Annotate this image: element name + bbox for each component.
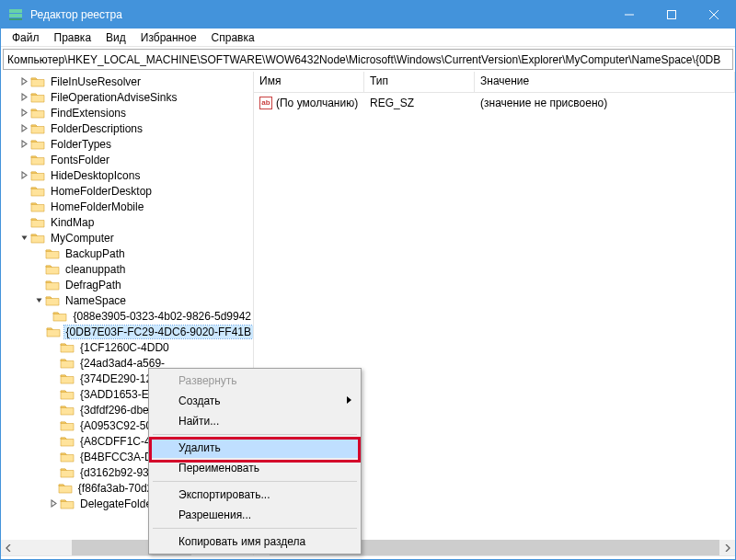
chevron-right-icon[interactable]: [17, 107, 30, 120]
tree-item-label: FileOperationAdviseSinks: [49, 91, 178, 104]
content-area: FileInUseResolverFileOperationAdviseSink…: [1, 72, 735, 555]
cm-delete[interactable]: Удалить: [151, 438, 359, 458]
list-header: Имя Тип Значение: [254, 72, 735, 93]
tree-item[interactable]: FindExtensions: [1, 105, 253, 120]
chevron-right-icon[interactable]: [17, 122, 30, 135]
menu-favorites[interactable]: Избранное: [133, 29, 204, 46]
tree-item[interactable]: FolderDescriptions: [1, 120, 253, 136]
menu-bar: Файл Правка Вид Избранное Справка: [1, 29, 735, 47]
tree-item[interactable]: FontsFolder: [1, 152, 253, 167]
cm-create[interactable]: Создать: [151, 391, 359, 411]
scroll-left-icon[interactable]: [1, 540, 17, 555]
tree-item[interactable]: FileInUseResolver: [1, 74, 253, 89]
svg-rect-2: [9, 18, 22, 20]
folder-icon: [60, 466, 75, 479]
folder-icon: [46, 326, 61, 338]
chevron-right-icon[interactable]: [17, 91, 30, 104]
chevron-right-icon[interactable]: [17, 169, 30, 182]
tree-item-label: HomeFolderDesktop: [49, 185, 154, 198]
folder-icon: [60, 435, 75, 448]
tree-item-label: FontsFolder: [49, 154, 111, 166]
tree-item[interactable]: NameSpace: [1, 292, 253, 308]
title-bar: Редактор реестра: [1, 1, 735, 29]
value-name: (По умолчанию): [276, 97, 358, 109]
menu-help[interactable]: Справка: [204, 29, 262, 46]
tree-item-label: FileInUseResolver: [49, 75, 143, 88]
tree-item-label: MyComputer: [49, 232, 116, 245]
tree-item[interactable]: cleanuppath: [1, 261, 253, 277]
chevron-down-icon[interactable]: [17, 232, 30, 245]
folder-icon: [60, 419, 75, 432]
tree-item[interactable]: {0DB7E03F-FC29-4DC6-9020-FF41B: [1, 324, 253, 339]
folder-icon: [30, 138, 45, 151]
scroll-right-icon[interactable]: [719, 540, 735, 555]
folder-icon: [60, 451, 75, 463]
menu-view[interactable]: Вид: [98, 29, 133, 46]
tree-item[interactable]: DefragPath: [1, 277, 253, 292]
folder-icon: [60, 372, 75, 385]
address-bar[interactable]: Компьютер\HKEY_LOCAL_MACHINE\SOFTWARE\WO…: [3, 49, 733, 70]
col-type[interactable]: Тип: [364, 72, 475, 92]
cm-separator: [153, 481, 357, 482]
folder-icon: [30, 185, 45, 198]
tree-item-label: NameSpace: [63, 294, 128, 307]
tree-item[interactable]: HomeFolderDesktop: [1, 183, 253, 199]
tree-item-label: HomeFolderMobile: [49, 200, 145, 213]
chevron-right-icon[interactable]: [17, 138, 30, 151]
col-name[interactable]: Имя: [254, 72, 364, 92]
tree-item[interactable]: MyComputer: [1, 230, 253, 246]
string-value-icon: ab: [259, 97, 272, 109]
chevron-right-icon[interactable]: [17, 75, 30, 88]
tree-item-label: {088e3905-0323-4b02-9826-5d9942: [71, 310, 253, 323]
menu-edit[interactable]: Правка: [47, 29, 99, 46]
close-button[interactable]: [693, 1, 735, 29]
folder-icon: [30, 107, 45, 120]
tree-item[interactable]: BackupPath: [1, 246, 253, 261]
cm-find[interactable]: Найти...: [151, 411, 359, 431]
col-value[interactable]: Значение: [475, 72, 735, 92]
folder-icon: [30, 232, 45, 245]
folder-icon: [45, 247, 60, 260]
svg-rect-0: [9, 9, 22, 13]
folder-icon: [30, 75, 45, 88]
value-type: REG_SZ: [364, 97, 475, 109]
tree-item-label: FolderDescriptions: [49, 122, 144, 135]
address-path: Компьютер\HKEY_LOCAL_MACHINE\SOFTWARE\WO…: [7, 53, 720, 66]
tree-item[interactable]: FolderTypes: [1, 136, 253, 152]
chevron-right-icon[interactable]: [47, 497, 60, 510]
folder-icon: [60, 497, 75, 510]
tree-item[interactable]: {1CF1260C-4DD0: [1, 339, 253, 355]
tree-item-label: HideDesktopIcons: [49, 169, 142, 182]
folder-icon: [60, 341, 75, 354]
svg-rect-4: [668, 11, 676, 19]
minimize-button[interactable]: [608, 1, 650, 29]
tree-item-label: DefragPath: [63, 279, 123, 291]
folder-icon: [30, 216, 45, 229]
cm-copy-key-name[interactable]: Копировать имя раздела: [151, 531, 359, 552]
folder-icon: [60, 388, 75, 401]
maximize-button[interactable]: [650, 1, 693, 29]
cm-rename[interactable]: Переименовать: [151, 458, 359, 478]
list-row[interactable]: ab (По умолчанию) REG_SZ (значение не пр…: [254, 95, 735, 110]
value-data: (значение не присвоено): [475, 97, 735, 109]
tree-item-label: KindMap: [49, 216, 96, 229]
cm-expand[interactable]: Развернуть: [151, 371, 359, 391]
folder-icon: [30, 169, 45, 182]
tree-item-label: {1CF1260C-4DD0: [78, 341, 171, 354]
chevron-down-icon[interactable]: [32, 294, 45, 307]
tree-item-label: cleanuppath: [63, 263, 127, 276]
cm-export[interactable]: Экспортировать...: [151, 485, 359, 505]
tree-item[interactable]: {088e3905-0323-4b02-9826-5d9942: [1, 308, 253, 324]
folder-icon: [45, 263, 60, 276]
svg-rect-1: [9, 14, 22, 17]
tree-item[interactable]: KindMap: [1, 214, 253, 230]
tree-item[interactable]: HomeFolderMobile: [1, 199, 253, 214]
submenu-arrow-icon: [347, 396, 351, 404]
tree-item-label: FindExtensions: [49, 107, 128, 120]
folder-icon: [60, 357, 75, 370]
tree-item[interactable]: HideDesktopIcons: [1, 167, 253, 183]
tree-item-label: {0DB7E03F-FC29-4DC6-9020-FF41B: [64, 326, 253, 338]
tree-item[interactable]: FileOperationAdviseSinks: [1, 89, 253, 105]
cm-permissions[interactable]: Разрешения...: [151, 505, 359, 525]
menu-file[interactable]: Файл: [5, 29, 47, 46]
